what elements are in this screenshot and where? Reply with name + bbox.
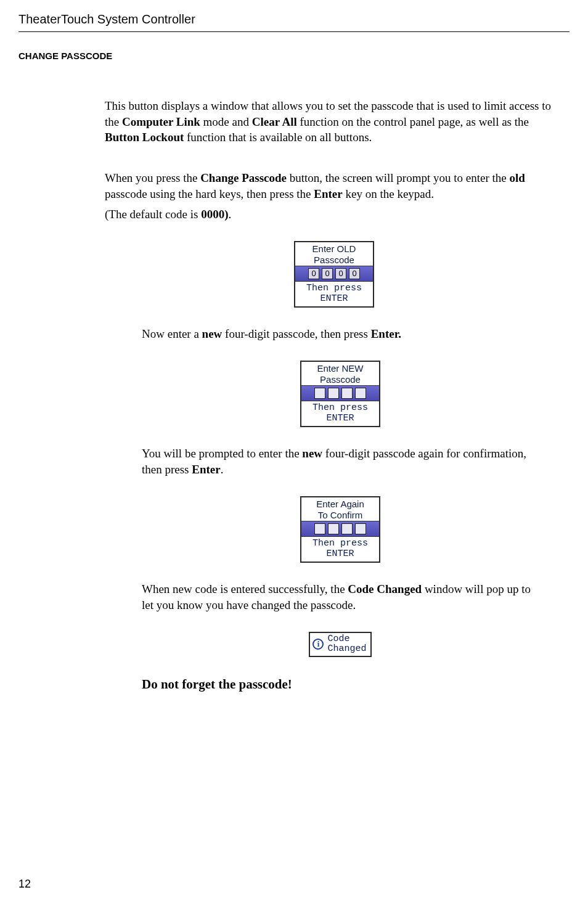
lcd-bottom-line2: ENTER [303,413,378,423]
paragraph-prompt-old: When you press the Change Passcode butto… [105,170,563,202]
lcd-header: Enter NEW Passcode [301,362,379,385]
digit-box [314,523,325,534]
paragraph-intro: This button displays a window that allow… [105,98,563,145]
term-default-code: 0000) [201,208,228,221]
text: mode and [200,115,252,128]
text: . [228,208,231,221]
info-text: Code Changed [327,634,366,655]
lcd-enter-old: Enter OLD Passcode 0 0 0 0 Then press EN… [105,241,563,308]
lcd-confirm: Enter Again To Confirm Then press ENTER [142,496,539,563]
section-heading: CHANGE PASSCODE [18,51,570,61]
term-enter: Enter [192,463,220,476]
lcd-line1: Enter Again [303,499,378,510]
digit-box [341,523,353,534]
info-line1: Code [327,634,366,645]
lcd-screen: Enter OLD Passcode 0 0 0 0 Then press EN… [294,241,374,308]
lcd-line2: To Confirm [303,510,378,521]
digit-box [355,388,366,399]
lcd-digits-row: 0 0 0 0 [295,266,373,282]
term-old: old [509,171,525,184]
text: When you press the [105,171,200,184]
paragraph-confirm: You will be prompted to enter the new fo… [142,446,539,477]
info-icon: i [312,639,324,650]
term-new: new [302,447,322,460]
digit-box [328,523,339,534]
digit-box: 0 [349,268,360,279]
text: function that is available on all button… [184,131,372,144]
lcd-line1: Enter NEW [303,363,378,374]
lcd-header: Enter OLD Passcode [295,242,373,266]
text: button, the screen will prompt you to en… [287,171,509,184]
lcd-line2: Passcode [303,374,378,385]
running-header: TheaterTouch System Controller [18,12,570,32]
text: passcode using the hard keys, then press… [105,187,314,200]
lcd-screen: Enter NEW Passcode Then press ENTER [300,361,380,428]
lcd-bottom-line2: ENTER [296,293,372,304]
lcd-footer: Then press ENTER [301,537,379,562]
text: function on the control panel page, as w… [297,115,529,128]
info-code-changed: i Code Changed [142,632,539,657]
text: You will be prompted to enter the [142,447,302,460]
term-change-passcode: Change Passcode [200,171,287,184]
lcd-bottom-line1: Then press [303,538,378,549]
lcd-digits-row [301,521,379,537]
digit-box: 0 [335,268,346,279]
info-line2: Changed [327,644,366,655]
paragraph-success: When new code is entered successfully, t… [142,581,539,613]
digit-box [314,388,325,399]
term-computer-link: Computer Link [122,115,200,128]
text: Now enter a [142,327,202,340]
lcd-line2: Passcode [296,255,372,266]
text: (The default code is [105,208,201,221]
page-number: 12 [18,878,31,891]
lcd-footer: Then press ENTER [295,282,373,307]
digit-box [355,523,366,534]
content-area: This button displays a window that allow… [105,98,563,693]
term-enter: Enter [314,187,342,200]
term-new: new [202,327,223,340]
digit-box: 0 [322,268,333,279]
digit-box [328,388,339,399]
lcd-bottom-line1: Then press [296,283,372,293]
term-clear-all: Clear All [252,115,297,128]
lcd-footer: Then press ENTER [301,401,379,427]
digit-box: 0 [308,268,319,279]
text: four-digit passcode, then press [222,327,370,340]
lcd-header: Enter Again To Confirm [301,497,379,521]
paragraph-enter-new: Now enter a new four-digit passcode, the… [142,326,539,342]
info-popup: i Code Changed [309,632,371,657]
text: key on the keypad. [343,187,434,200]
term-enter: Enter. [371,327,401,340]
text: When new code is entered successfully, t… [142,582,348,595]
warning-do-not-forget: Do not forget the passcode! [142,676,539,693]
lcd-digits-row [301,385,379,401]
lcd-bottom-line2: ENTER [303,549,378,559]
lcd-screen: Enter Again To Confirm Then press ENTER [300,496,380,563]
term-code-changed: Code Changed [348,582,422,595]
lcd-line1: Enter OLD [296,243,372,255]
lcd-bottom-line1: Then press [303,402,378,413]
digit-box [341,388,353,399]
paragraph-default-code: (The default code is 0000). [105,206,563,223]
lcd-enter-new: Enter NEW Passcode Then press ENTER [142,361,539,428]
text: . [221,463,224,476]
term-button-lockout: Button Lockout [105,131,184,144]
